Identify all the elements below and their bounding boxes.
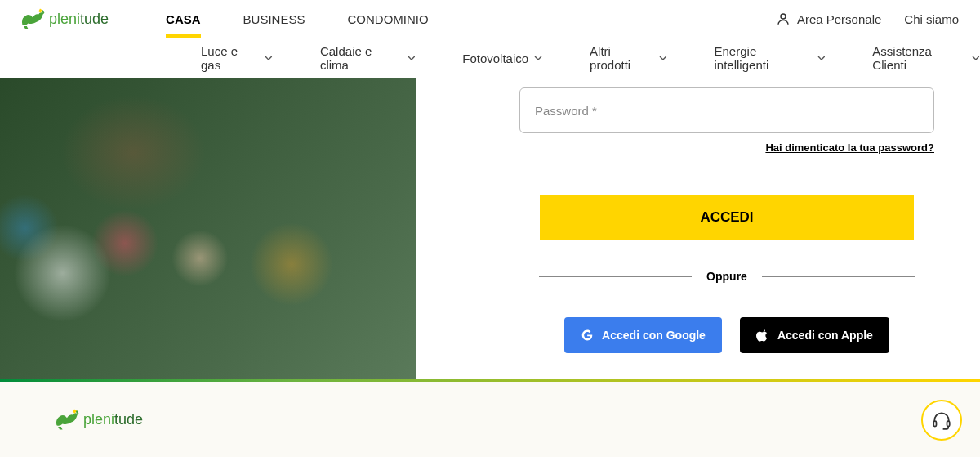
subnav-fotovoltaico[interactable]: Fotovoltaico [462,52,542,65]
divider-line [762,276,915,277]
footer-body: plenitude [0,382,980,457]
subnav-caldaie-e-clima[interactable]: Caldaie e clima [320,44,415,72]
main-content: Hai dimenticato la tua password? ACCEDI … [0,78,980,379]
divider-line [539,276,692,277]
divider-label: Oppure [706,270,747,283]
header: plenitude CASA BUSINESS CONDOMINIO Area … [0,0,980,78]
subnav-label: Assistenza Clienti [872,44,966,72]
main-tabs: CASA BUSINESS CONDOMINIO [166,0,429,38]
brand-wordmark: plenitude [49,11,109,28]
apple-login-button[interactable]: Accedi con Apple [740,317,889,353]
footer-brand-logo[interactable]: plenitude [52,382,143,457]
area-personale-label: Area Personale [797,12,881,26]
footer: plenitude [0,379,980,457]
subnav-altri-prodotti[interactable]: Altri prodotti [590,44,666,72]
plenitude-logo-icon [52,405,82,434]
subnav-luce-e-gas[interactable]: Luce e gas [201,44,273,72]
login-panel: Hai dimenticato la tua password? ACCEDI … [416,78,980,379]
brand-logo[interactable]: plenitude [0,0,127,38]
area-personale-link[interactable]: Area Personale [776,11,881,26]
subnav-energie-intelligenti[interactable]: Energie intelligenti [715,44,826,72]
svg-rect-2 [947,421,950,427]
tab-condominio[interactable]: CONDOMINIO [347,0,428,38]
user-icon [776,11,791,26]
tab-casa[interactable]: CASA [166,0,201,38]
chevron-down-icon [817,54,826,62]
google-icon [581,329,594,342]
svg-point-0 [781,14,786,19]
chi-siamo-label: Chi siamo [904,12,959,26]
top-nav: plenitude CASA BUSINESS CONDOMINIO Area … [0,0,980,38]
apple-icon [756,329,769,342]
apple-login-label: Accedi con Apple [777,329,873,342]
google-login-button[interactable]: Accedi con Google [564,317,722,353]
top-right-links: Area Personale Chi siamo [776,11,973,26]
headset-icon [931,410,952,431]
tab-business[interactable]: BUSINESS [243,0,305,38]
subnav-label: Fotovoltaico [462,52,528,65]
subnav-assistenza-clienti[interactable]: Assistenza Clienti [872,44,980,72]
login-submit-button[interactable]: ACCEDI [540,195,914,240]
subnav-label: Luce e gas [201,44,259,72]
chevron-down-icon [534,54,542,62]
subnav-label: Energie intelligenti [715,44,812,72]
chevron-down-icon [408,54,416,62]
chi-siamo-link[interactable]: Chi siamo [904,12,959,26]
hero-image [0,78,416,379]
chevron-down-icon [659,54,667,62]
plenitude-logo-icon [18,4,47,34]
help-fab[interactable] [921,400,962,441]
divider: Oppure [539,270,915,283]
social-login-row: Accedi con Google Accedi con Apple [519,317,934,353]
footer-brand-wordmark: plenitude [83,411,143,428]
subnav-label: Caldaie e clima [320,44,402,72]
sub-nav: Luce e gas Caldaie e clima Fotovoltaico … [0,38,980,78]
svg-rect-1 [933,421,936,427]
password-input[interactable] [519,87,934,133]
forgot-password-link[interactable]: Hai dimenticato la tua password? [519,141,934,154]
subnav-label: Altri prodotti [590,44,653,72]
google-login-label: Accedi con Google [602,329,706,342]
chevron-down-icon [265,54,273,62]
chevron-down-icon [972,54,980,62]
